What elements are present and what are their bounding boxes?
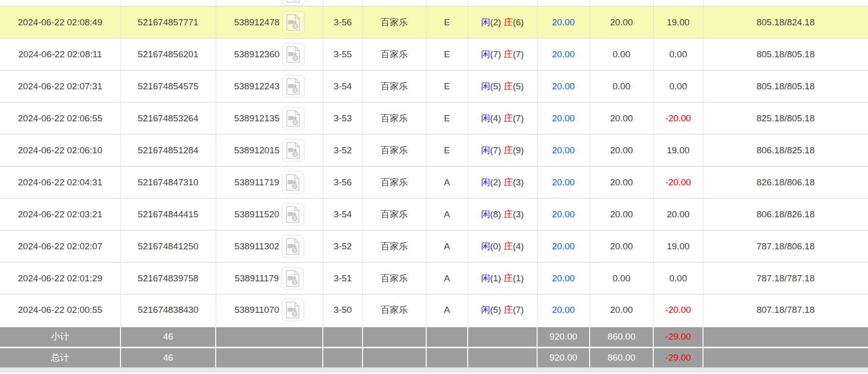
table-row: 2024-06-22 02:00:55521674838430538911070… xyxy=(0,294,868,326)
table-row: 2024-06-22 02:06:10521674851284538912015… xyxy=(0,134,868,166)
empty-cell xyxy=(590,0,653,6)
player-result-label: 闲 xyxy=(481,273,490,283)
total-label: 总计 xyxy=(0,347,121,367)
bet-time-cell: 2024-06-22 02:06:10 xyxy=(0,134,121,166)
bet-amount-cell[interactable]: 20.00 xyxy=(537,230,590,262)
video-replay-icon xyxy=(286,78,300,95)
video-replay-button[interactable] xyxy=(282,235,304,258)
table-code-cell: E xyxy=(426,134,468,166)
game-type-cell: 百家乐 xyxy=(363,294,426,326)
empty-cell xyxy=(426,326,468,347)
game-result-cell: 闲(2) 庄(6) xyxy=(468,6,537,38)
win-loss-cell: 0.00 xyxy=(653,262,703,294)
bet-history-table: 2024-06-22 02:08:49521674857771538912478… xyxy=(0,0,868,367)
video-replay-button[interactable] xyxy=(282,107,305,130)
balance-cell: 805.18/805.18 xyxy=(703,70,868,102)
balance-cell: 806.18/826.18 xyxy=(703,198,868,230)
table-row: 2024-06-22 02:02:07521674841250538911302… xyxy=(0,230,868,262)
game-type-cell: 百家乐 xyxy=(363,134,426,166)
empty-cell xyxy=(323,326,363,347)
game-type-cell: 百家乐 xyxy=(363,166,426,198)
bet-time-cell: 2024-06-22 02:00:55 xyxy=(0,294,121,326)
game-number-wrap: 538911179 xyxy=(216,267,323,290)
empty-cell xyxy=(703,347,868,367)
table-code-cell: E xyxy=(426,6,468,38)
subtotal-winloss: -29.00 xyxy=(653,326,703,347)
bet-amount-cell[interactable]: 20.00 xyxy=(537,38,590,70)
game-number-wrap: 538912135 xyxy=(216,107,323,130)
bet-time-cell: 2024-06-22 02:02:07 xyxy=(0,230,121,262)
video-replay-button[interactable] xyxy=(282,203,304,226)
video-replay-button[interactable] xyxy=(282,11,305,34)
game-number-wrap: 538912243 xyxy=(216,75,323,98)
game-number-cell: 538912478 xyxy=(216,6,323,38)
empty-cell xyxy=(537,0,590,6)
order-number-cell: 521674857771 xyxy=(121,6,216,38)
bet-amount-cell[interactable]: 20.00 xyxy=(537,294,590,326)
banker-result-label: 庄 xyxy=(504,145,513,155)
partial-row-group xyxy=(0,0,868,6)
table-bottom-strip xyxy=(0,367,868,373)
game-number-text: 538911719 xyxy=(234,177,279,188)
bet-amount-cell[interactable]: 20.00 xyxy=(537,198,590,230)
bet-amount-cell[interactable]: 20.00 xyxy=(537,70,590,102)
valid-amount-cell: 0.00 xyxy=(590,262,653,294)
bet-amount-cell[interactable]: 20.00 xyxy=(537,102,590,134)
game-number-cell: 538911719 xyxy=(216,166,323,198)
table-code-cell: A xyxy=(426,166,468,198)
game-result-cell: 闲(2) 庄(3) xyxy=(468,166,537,198)
empty-cell xyxy=(363,326,426,347)
banker-result-label: 庄 xyxy=(504,49,513,59)
clipped-video-button-wrap xyxy=(216,0,323,6)
game-number-wrap: 538912015 xyxy=(216,139,323,162)
table-code-cell: A xyxy=(426,198,468,230)
valid-amount-cell: 20.00 xyxy=(590,294,653,326)
game-type-cell: 百家乐 xyxy=(363,102,426,134)
bet-amount-cell[interactable]: 20.00 xyxy=(537,262,590,294)
table-round-cell: 3-52 xyxy=(323,134,363,166)
empty-cell xyxy=(468,326,537,347)
game-number-text: 538912135 xyxy=(234,113,279,124)
video-replay-icon xyxy=(286,142,300,159)
table-round-cell: 3-54 xyxy=(323,198,363,230)
empty-cell xyxy=(323,0,363,6)
table-code-cell: A xyxy=(426,294,468,326)
player-result-label: 闲 xyxy=(481,81,490,91)
player-result-label: 闲 xyxy=(481,49,490,59)
game-result-cell: 闲(4) 庄(7) xyxy=(468,102,537,134)
bet-amount-cell[interactable]: 20.00 xyxy=(537,166,590,198)
table-row: 2024-06-22 02:07:31521674854575538912243… xyxy=(0,70,868,102)
video-replay-button[interactable] xyxy=(282,0,305,6)
game-result-cell: 闲(7) 庄(7) xyxy=(468,38,537,70)
game-number-text: 538912015 xyxy=(234,145,279,156)
video-replay-button[interactable] xyxy=(282,75,305,98)
video-replay-button[interactable] xyxy=(281,267,304,290)
order-number-cell: 521674844415 xyxy=(121,198,216,230)
empty-cell xyxy=(121,0,216,6)
video-replay-button[interactable] xyxy=(282,299,304,321)
video-replay-button[interactable] xyxy=(282,43,305,66)
bet-amount-cell[interactable]: 20.00 xyxy=(537,6,590,38)
video-replay-button[interactable] xyxy=(282,171,304,194)
win-loss-cell: 19.00 xyxy=(653,6,703,38)
table-row: 2024-06-22 02:04:31521674847310538911719… xyxy=(0,166,868,198)
game-number-text: 538912478 xyxy=(234,17,279,28)
video-replay-icon xyxy=(286,14,300,31)
game-number-cell: 538911070 xyxy=(216,294,323,326)
game-type-cell: 百家乐 xyxy=(363,198,426,230)
valid-amount-cell: 20.00 xyxy=(590,102,653,134)
bet-amount-cell[interactable]: 20.00 xyxy=(537,134,590,166)
bet-time-cell: 2024-06-22 02:08:49 xyxy=(0,6,121,38)
video-replay-button[interactable] xyxy=(282,139,305,162)
order-number-cell: 521674854575 xyxy=(121,70,216,102)
game-number-text: 538912360 xyxy=(234,49,279,60)
video-replay-icon xyxy=(286,301,300,319)
balance-cell: 806.18/825.18 xyxy=(703,134,868,166)
table-round-cell: 3-56 xyxy=(323,166,363,198)
win-loss-cell: -20.00 xyxy=(653,294,703,326)
subtotal-valid: 860.00 xyxy=(590,326,653,347)
win-loss-cell: 0.00 xyxy=(653,38,703,70)
table-round-cell: 3-53 xyxy=(323,102,363,134)
balance-cell: 825.18/805.18 xyxy=(703,102,868,134)
subtotal-bet: 920.00 xyxy=(537,326,590,347)
